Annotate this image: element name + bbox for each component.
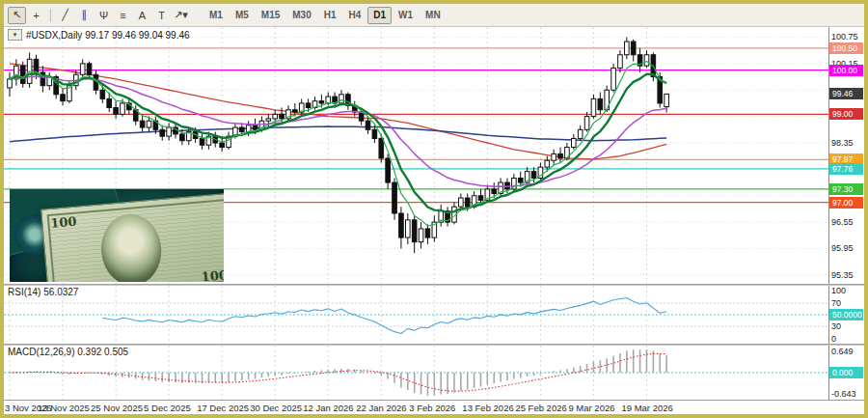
fibonacci-tool[interactable]: ≡ xyxy=(114,7,132,24)
date-axis-label: 30 Dec 2025 xyxy=(250,403,302,413)
date-axis-label: 3 Feb 2026 xyxy=(409,403,455,413)
macd-panel[interactable]: MACD(12,26,9) 0.392 0.505 xyxy=(4,346,829,400)
price-axis-label: 95.35 xyxy=(831,270,854,280)
macd-values: 0.392 0.505 xyxy=(77,347,128,357)
price-axis-label: 95.95 xyxy=(831,243,854,253)
pitchfork-tool[interactable]: Ψ xyxy=(95,7,113,24)
date-axis-label: 25 Feb 2026 xyxy=(515,403,566,413)
date-axis-label: 5 Dec 2025 xyxy=(144,403,191,413)
macd-label: MACD(12,26,9) xyxy=(8,347,74,357)
timeframe-M30[interactable]: M30 xyxy=(286,7,316,24)
trendline-tool[interactable]: ╱ xyxy=(56,7,74,24)
rsi-header: RSI(14) 56.0327 xyxy=(8,287,78,297)
rsi-value: 56.0327 xyxy=(43,287,78,297)
chart-symbol-header: ▼ #USDX,Daily 99.17 99.46 99.04 99.46 xyxy=(8,29,190,41)
rsi-axis-label: 100 xyxy=(831,286,846,295)
date-axis-label: 13 Feb 2026 xyxy=(462,403,513,413)
price-level-tag-97.00: 97.00 xyxy=(829,197,863,209)
price-level-tag-100.00: 100.00 xyxy=(829,65,863,76)
rsi-canvas[interactable] xyxy=(4,286,829,344)
macd-row: MACD(12,26,9) 0.392 0.505 0.649-0.6430.0… xyxy=(4,346,864,400)
rsi-axis-label: 0 xyxy=(831,334,836,344)
timeframe-D1[interactable]: D1 xyxy=(367,7,392,24)
date-axis-label: 12 Jan 2026 xyxy=(303,403,353,413)
current-price-tag: 99.46 xyxy=(829,88,863,99)
time-axis[interactable]: 3 Nov 202513 Nov 202525 Nov 20255 Dec 20… xyxy=(4,400,864,414)
main-chart-row: ▼ #USDX,Daily 99.17 99.46 99.04 99.46 10… xyxy=(4,27,864,284)
rsi-line xyxy=(102,297,666,333)
macd-zero-tag: 0.000 xyxy=(829,367,863,378)
timeframe-M1[interactable]: M1 xyxy=(203,7,229,24)
rsi-label: RSI(14) xyxy=(8,287,41,297)
cursor-tool[interactable]: ↖ xyxy=(8,7,26,24)
ma-blue-slow xyxy=(10,126,666,142)
macd-axis-label: -0.643 xyxy=(831,389,856,399)
ma-red-slow xyxy=(10,64,666,159)
timeframe-M5[interactable]: M5 xyxy=(230,7,255,24)
denomination-100: 100 xyxy=(50,214,77,231)
timeframe-W1[interactable]: W1 xyxy=(393,7,419,24)
date-axis-label: 25 Nov 2025 xyxy=(91,403,143,413)
rsi-axis[interactable]: 1007030050.0000 xyxy=(829,286,863,344)
price-axis-label: 100.75 xyxy=(831,32,858,42)
price-axis-label: 98.35 xyxy=(831,138,854,148)
dollar-bills-photo: 100 100 xyxy=(10,189,224,282)
terminal-window: ↖+╱∥Ψ≡AT↗▾ M1M5M15M30H1H4D1W1MN ▼ #USDX,… xyxy=(0,0,868,418)
shapes-tool[interactable]: ↗▾ xyxy=(172,7,190,24)
macd-header: MACD(12,26,9) 0.392 0.505 xyxy=(8,347,128,357)
macd-axis[interactable]: 0.649-0.6430.000 xyxy=(829,346,863,400)
date-axis-label: 17 Dec 2025 xyxy=(197,403,249,413)
toolbar-tools: ↖+╱∥Ψ≡AT↗▾ xyxy=(8,7,190,24)
price-level-tag-97.76: 97.76 xyxy=(829,163,863,175)
rsi-axis-label: 30 xyxy=(831,321,841,331)
rsi-level-tag: 50.0000 xyxy=(829,309,863,320)
text-tool[interactable]: A xyxy=(133,7,151,24)
timeframe-MN[interactable]: MN xyxy=(420,7,447,24)
date-axis-label: 13 Nov 2025 xyxy=(38,403,90,413)
chevron-down-icon[interactable]: ▼ xyxy=(8,29,22,41)
main-chart-panel[interactable]: ▼ #USDX,Daily 99.17 99.46 99.04 99.46 10… xyxy=(4,27,829,284)
hundred-dollar-bill: 100 100 xyxy=(41,193,224,282)
symbol-ohlc-text: #USDX,Daily 99.17 99.46 99.04 99.46 xyxy=(26,30,190,41)
denomination-100: 100 xyxy=(201,267,224,282)
timeframe-M15[interactable]: M15 xyxy=(256,7,285,24)
price-axis-label: 96.55 xyxy=(831,217,854,227)
date-axis-label: 9 Mar 2026 xyxy=(568,403,614,413)
macd-axis-label: 0.649 xyxy=(831,347,854,356)
crosshair-tool[interactable]: + xyxy=(27,7,45,24)
rsi-panel[interactable]: RSI(14) 56.0327 xyxy=(4,286,829,344)
timeframe-H4[interactable]: H4 xyxy=(343,7,367,24)
price-axis[interactable]: 100.75100.1598.3596.5595.9595.35100.5010… xyxy=(829,27,863,284)
toolbar-separator xyxy=(50,9,51,22)
channel-tool[interactable]: ∥ xyxy=(75,7,94,24)
toolbar-timeframes: M1M5M15M30H1H4D1W1MN xyxy=(203,7,447,24)
price-level-tag-97.30: 97.30 xyxy=(829,183,863,195)
price-level-tag-100.50: 100.50 xyxy=(829,42,863,54)
rsi-row: RSI(14) 56.0327 1007030050.0000 xyxy=(4,286,864,344)
rsi-axis-label: 70 xyxy=(831,298,841,308)
date-axis-label: 22 Jan 2026 xyxy=(356,403,406,413)
price-level-tag-99.00: 99.00 xyxy=(829,108,863,120)
toolbar: ↖+╱∥Ψ≡AT↗▾ M1M5M15M30H1H4D1W1MN xyxy=(4,4,864,27)
label-tool[interactable]: T xyxy=(152,7,171,24)
date-axis-label: 19 Mar 2026 xyxy=(621,403,672,413)
timeframe-H1[interactable]: H1 xyxy=(318,7,342,24)
